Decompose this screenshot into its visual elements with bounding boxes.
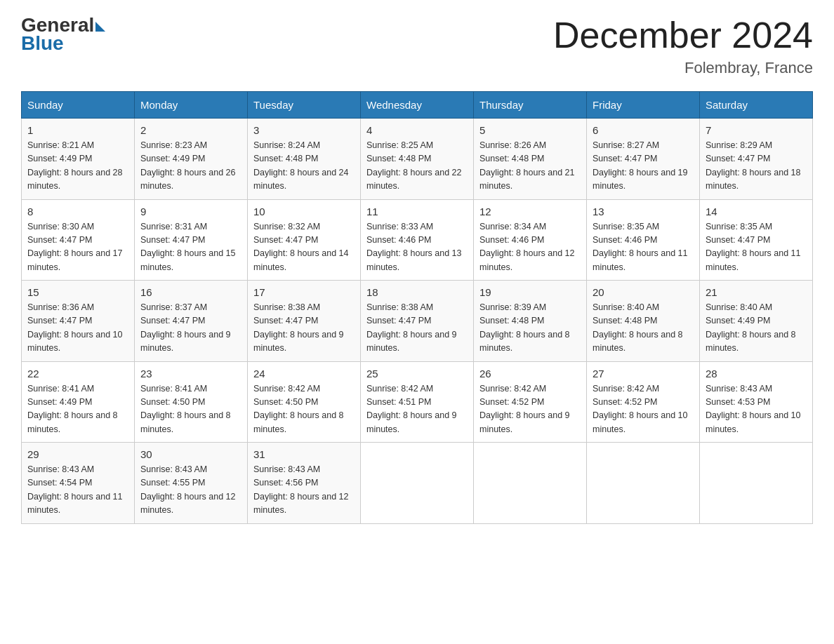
day-number: 13 — [593, 206, 694, 217]
day-number: 2 — [140, 124, 241, 136]
day-cell-18: 18Sunrise: 8:38 AMSunset: 4:47 PMDayligh… — [361, 281, 474, 362]
day-number: 17 — [253, 286, 355, 298]
day-info: Sunrise: 8:34 AMSunset: 4:46 PMDaylight:… — [479, 220, 581, 275]
day-cell-31: 31Sunrise: 8:43 AMSunset: 4:56 PMDayligh… — [248, 443, 361, 524]
day-info: Sunrise: 8:43 AMSunset: 4:55 PMDaylight:… — [140, 463, 241, 518]
logo-blue-text: Blue — [21, 32, 64, 55]
day-number: 4 — [366, 124, 468, 136]
day-info: Sunrise: 8:30 AMSunset: 4:47 PMDaylight:… — [27, 220, 128, 275]
day-info: Sunrise: 8:39 AMSunset: 4:48 PMDaylight:… — [479, 301, 581, 356]
day-cell-30: 30Sunrise: 8:43 AMSunset: 4:55 PMDayligh… — [135, 443, 248, 524]
day-info: Sunrise: 8:29 AMSunset: 4:47 PMDaylight:… — [706, 139, 807, 194]
day-number: 23 — [140, 368, 241, 380]
day-info: Sunrise: 8:27 AMSunset: 4:47 PMDaylight:… — [593, 139, 694, 194]
day-info: Sunrise: 8:38 AMSunset: 4:47 PMDaylight:… — [366, 301, 468, 356]
day-cell-22: 22Sunrise: 8:41 AMSunset: 4:49 PMDayligh… — [22, 361, 135, 443]
day-cell-1: 1Sunrise: 8:21 AMSunset: 4:49 PMDaylight… — [22, 119, 135, 200]
day-cell-23: 23Sunrise: 8:41 AMSunset: 4:50 PMDayligh… — [135, 361, 248, 443]
day-number: 1 — [27, 124, 128, 136]
day-info: Sunrise: 8:31 AMSunset: 4:47 PMDaylight:… — [140, 220, 241, 275]
day-info: Sunrise: 8:42 AMSunset: 4:52 PMDaylight:… — [593, 382, 694, 437]
calendar-table: SundayMondayTuesdayWednesdayThursdayFrid… — [21, 91, 813, 524]
day-number: 22 — [27, 368, 128, 380]
day-cell-26: 26Sunrise: 8:42 AMSunset: 4:52 PMDayligh… — [474, 361, 587, 443]
day-number: 29 — [27, 448, 128, 460]
day-cell-12: 12Sunrise: 8:34 AMSunset: 4:46 PMDayligh… — [474, 199, 587, 281]
month-title: December 2024 — [553, 14, 813, 56]
day-info: Sunrise: 8:42 AMSunset: 4:51 PMDaylight:… — [366, 382, 468, 437]
calendar-week-2: 8Sunrise: 8:30 AMSunset: 4:47 PMDaylight… — [22, 199, 813, 281]
header-saturday: Saturday — [700, 92, 813, 119]
day-info: Sunrise: 8:24 AMSunset: 4:48 PMDaylight:… — [253, 139, 355, 194]
calendar-week-4: 22Sunrise: 8:41 AMSunset: 4:49 PMDayligh… — [22, 361, 813, 443]
day-number: 15 — [27, 286, 128, 298]
day-number: 11 — [366, 206, 468, 217]
logo: General Blue — [21, 14, 105, 55]
day-cell-13: 13Sunrise: 8:35 AMSunset: 4:46 PMDayligh… — [587, 199, 700, 281]
day-info: Sunrise: 8:38 AMSunset: 4:47 PMDaylight:… — [253, 301, 355, 356]
day-number: 25 — [366, 368, 468, 380]
day-number: 16 — [140, 286, 241, 298]
day-cell-8: 8Sunrise: 8:30 AMSunset: 4:47 PMDaylight… — [22, 199, 135, 281]
day-cell-11: 11Sunrise: 8:33 AMSunset: 4:46 PMDayligh… — [361, 199, 474, 281]
day-cell-20: 20Sunrise: 8:40 AMSunset: 4:48 PMDayligh… — [587, 281, 700, 362]
day-cell-14: 14Sunrise: 8:35 AMSunset: 4:47 PMDayligh… — [700, 199, 813, 281]
header-thursday: Thursday — [474, 92, 587, 119]
day-cell-4: 4Sunrise: 8:25 AMSunset: 4:48 PMDaylight… — [361, 119, 474, 200]
day-cell-24: 24Sunrise: 8:42 AMSunset: 4:50 PMDayligh… — [248, 361, 361, 443]
calendar-week-1: 1Sunrise: 8:21 AMSunset: 4:49 PMDaylight… — [22, 119, 813, 200]
day-info: Sunrise: 8:43 AMSunset: 4:54 PMDaylight:… — [27, 463, 128, 518]
day-number: 7 — [706, 124, 807, 136]
day-cell-21: 21Sunrise: 8:40 AMSunset: 4:49 PMDayligh… — [700, 281, 813, 362]
page-header: General Blue December 2024 Folembray, Fr… — [21, 14, 813, 77]
day-cell-5: 5Sunrise: 8:26 AMSunset: 4:48 PMDaylight… — [474, 119, 587, 200]
day-cell-28: 28Sunrise: 8:43 AMSunset: 4:53 PMDayligh… — [700, 361, 813, 443]
day-info: Sunrise: 8:41 AMSunset: 4:49 PMDaylight:… — [27, 382, 128, 437]
day-cell-17: 17Sunrise: 8:38 AMSunset: 4:47 PMDayligh… — [248, 281, 361, 362]
header-monday: Monday — [135, 92, 248, 119]
day-cell-3: 3Sunrise: 8:24 AMSunset: 4:48 PMDaylight… — [248, 119, 361, 200]
day-info: Sunrise: 8:23 AMSunset: 4:49 PMDaylight:… — [140, 139, 241, 194]
day-info: Sunrise: 8:43 AMSunset: 4:53 PMDaylight:… — [706, 382, 807, 437]
calendar-header-row: SundayMondayTuesdayWednesdayThursdayFrid… — [22, 92, 813, 119]
day-number: 14 — [706, 206, 807, 217]
day-number: 5 — [479, 124, 581, 136]
day-cell-9: 9Sunrise: 8:31 AMSunset: 4:47 PMDaylight… — [135, 199, 248, 281]
day-number: 3 — [253, 124, 355, 136]
day-cell-16: 16Sunrise: 8:37 AMSunset: 4:47 PMDayligh… — [135, 281, 248, 362]
day-info: Sunrise: 8:35 AMSunset: 4:47 PMDaylight:… — [706, 220, 807, 275]
day-info: Sunrise: 8:37 AMSunset: 4:47 PMDaylight:… — [140, 301, 241, 356]
day-info: Sunrise: 8:26 AMSunset: 4:48 PMDaylight:… — [479, 139, 581, 194]
day-cell-6: 6Sunrise: 8:27 AMSunset: 4:47 PMDaylight… — [587, 119, 700, 200]
day-info: Sunrise: 8:25 AMSunset: 4:48 PMDaylight:… — [366, 139, 468, 194]
day-info: Sunrise: 8:35 AMSunset: 4:46 PMDaylight:… — [593, 220, 694, 275]
day-number: 31 — [253, 448, 355, 460]
day-info: Sunrise: 8:21 AMSunset: 4:49 PMDaylight:… — [27, 139, 128, 194]
day-info: Sunrise: 8:43 AMSunset: 4:56 PMDaylight:… — [253, 463, 355, 518]
day-number: 12 — [479, 206, 581, 217]
day-number: 18 — [366, 286, 468, 298]
logo-arrow-icon — [95, 22, 105, 32]
day-info: Sunrise: 8:42 AMSunset: 4:50 PMDaylight:… — [253, 382, 355, 437]
day-number: 20 — [593, 286, 694, 298]
day-number: 21 — [706, 286, 807, 298]
header-friday: Friday — [587, 92, 700, 119]
empty-cell — [700, 443, 813, 524]
day-number: 10 — [253, 206, 355, 217]
header-tuesday: Tuesday — [248, 92, 361, 119]
day-number: 27 — [593, 368, 694, 380]
day-number: 26 — [479, 368, 581, 380]
day-info: Sunrise: 8:33 AMSunset: 4:46 PMDaylight:… — [366, 220, 468, 275]
title-section: December 2024 Folembray, France — [553, 14, 813, 77]
day-info: Sunrise: 8:36 AMSunset: 4:47 PMDaylight:… — [27, 301, 128, 356]
day-cell-15: 15Sunrise: 8:36 AMSunset: 4:47 PMDayligh… — [22, 281, 135, 362]
day-cell-25: 25Sunrise: 8:42 AMSunset: 4:51 PMDayligh… — [361, 361, 474, 443]
day-info: Sunrise: 8:32 AMSunset: 4:47 PMDaylight:… — [253, 220, 355, 275]
day-number: 19 — [479, 286, 581, 298]
empty-cell — [474, 443, 587, 524]
day-cell-2: 2Sunrise: 8:23 AMSunset: 4:49 PMDaylight… — [135, 119, 248, 200]
header-sunday: Sunday — [22, 92, 135, 119]
empty-cell — [587, 443, 700, 524]
day-number: 6 — [593, 124, 694, 136]
day-info: Sunrise: 8:42 AMSunset: 4:52 PMDaylight:… — [479, 382, 581, 437]
